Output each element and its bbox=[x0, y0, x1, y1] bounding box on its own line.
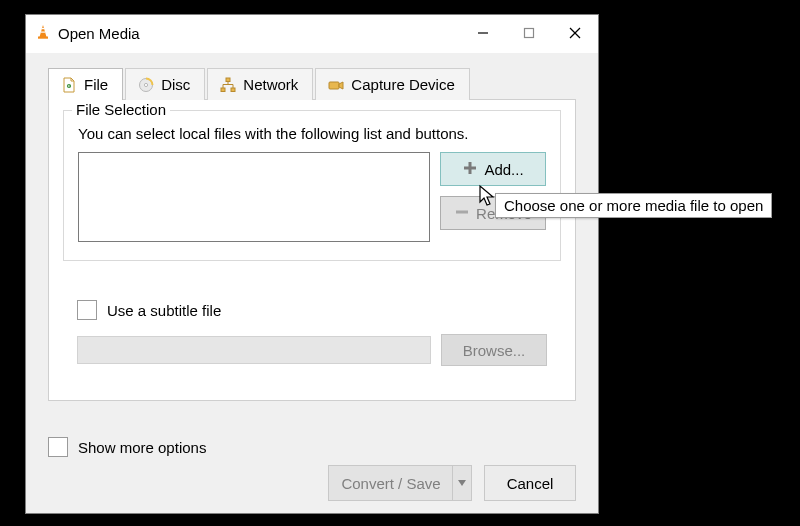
use-subtitle-label: Use a subtitle file bbox=[107, 302, 221, 319]
tab-capture-label: Capture Device bbox=[351, 76, 454, 93]
show-more-options-label: Show more options bbox=[78, 439, 206, 456]
tab-capture[interactable]: Capture Device bbox=[315, 68, 469, 100]
open-media-window: Open Media bbox=[25, 14, 599, 514]
svg-marker-20 bbox=[458, 480, 466, 486]
tab-network-label: Network bbox=[243, 76, 298, 93]
titlebar: Open Media bbox=[26, 15, 598, 51]
svg-rect-15 bbox=[329, 82, 339, 89]
convert-save-dropdown[interactable] bbox=[452, 466, 471, 500]
maximize-button[interactable] bbox=[506, 15, 552, 51]
file-list[interactable] bbox=[78, 152, 430, 242]
convert-save-button[interactable]: Convert / Save bbox=[328, 465, 472, 501]
svg-point-11 bbox=[145, 83, 148, 86]
browse-button[interactable]: Browse... bbox=[441, 334, 547, 366]
chevron-down-icon bbox=[458, 479, 466, 487]
tab-disc-label: Disc bbox=[161, 76, 190, 93]
tab-file-label: File bbox=[84, 76, 108, 93]
add-button[interactable]: Add... bbox=[440, 152, 546, 186]
tab-file[interactable]: File bbox=[48, 68, 123, 100]
capture-device-icon bbox=[328, 77, 344, 93]
browse-button-label: Browse... bbox=[463, 342, 526, 359]
svg-rect-3 bbox=[38, 36, 48, 38]
svg-rect-13 bbox=[221, 88, 225, 92]
plus-icon bbox=[462, 160, 478, 179]
cancel-button[interactable]: Cancel bbox=[484, 465, 576, 501]
tab-disc[interactable]: Disc bbox=[125, 68, 205, 100]
svg-line-6 bbox=[570, 28, 580, 38]
subtitle-path-input[interactable] bbox=[77, 336, 431, 364]
svg-rect-2 bbox=[41, 31, 45, 32]
svg-marker-0 bbox=[40, 25, 47, 37]
svg-marker-16 bbox=[339, 82, 343, 89]
svg-rect-1 bbox=[42, 28, 44, 29]
minus-icon bbox=[454, 204, 470, 223]
disc-icon bbox=[138, 77, 154, 93]
tab-network[interactable]: Network bbox=[207, 68, 313, 100]
add-button-label: Add... bbox=[484, 161, 523, 178]
file-tab-page: File Selection You can select local file… bbox=[48, 99, 576, 401]
show-more-options-checkbox[interactable] bbox=[48, 437, 68, 457]
dialog-body: File Disc bbox=[26, 53, 598, 513]
convert-save-label: Convert / Save bbox=[341, 475, 440, 492]
svg-line-7 bbox=[570, 28, 580, 38]
file-icon bbox=[61, 77, 77, 93]
close-button[interactable] bbox=[552, 15, 598, 51]
vlc-cone-icon bbox=[34, 23, 52, 44]
minimize-button[interactable] bbox=[460, 15, 506, 51]
svg-rect-5 bbox=[525, 29, 534, 38]
cancel-button-label: Cancel bbox=[507, 475, 554, 492]
add-button-tooltip: Choose one or more media file to open bbox=[495, 193, 772, 218]
use-subtitle-checkbox[interactable] bbox=[77, 300, 97, 320]
svg-rect-14 bbox=[231, 88, 235, 92]
svg-rect-18 bbox=[464, 166, 476, 169]
window-title: Open Media bbox=[58, 25, 140, 42]
file-selection-group: File Selection You can select local file… bbox=[63, 110, 561, 261]
file-selection-legend: File Selection bbox=[72, 101, 170, 118]
svg-rect-12 bbox=[226, 78, 230, 82]
network-icon bbox=[220, 77, 236, 93]
svg-rect-19 bbox=[456, 210, 468, 213]
file-selection-instruction: You can select local files with the foll… bbox=[78, 125, 546, 142]
tab-bar: File Disc bbox=[26, 53, 598, 99]
